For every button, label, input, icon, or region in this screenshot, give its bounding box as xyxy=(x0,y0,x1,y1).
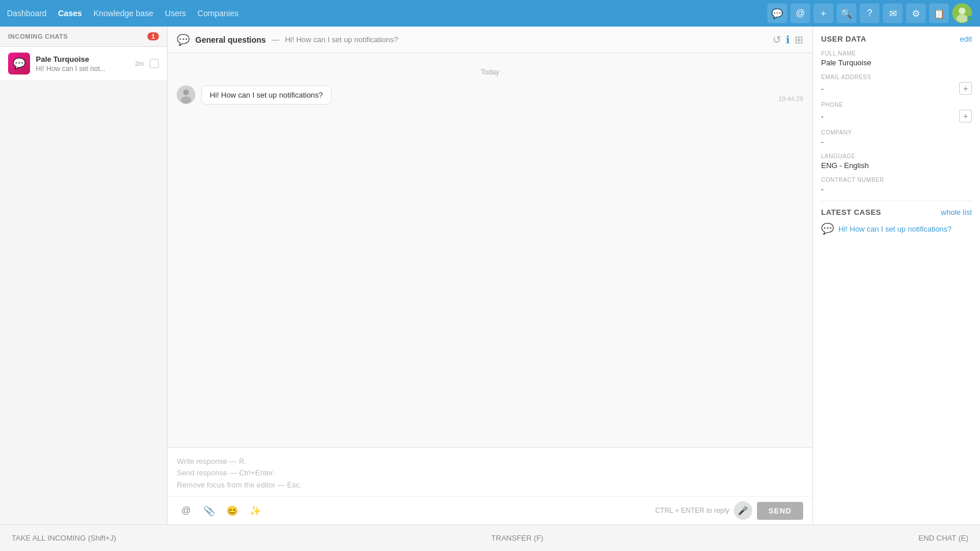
nav-cases[interactable]: Cases xyxy=(58,9,82,18)
add-phone-btn[interactable]: + xyxy=(959,110,972,122)
online-status-dot xyxy=(967,16,973,21)
email-value: - xyxy=(821,84,823,93)
question-icon-btn[interactable]: ? xyxy=(860,3,879,23)
take-all-btn[interactable]: TAKE ALL INCOMING (Shift+J) xyxy=(12,534,116,542)
full-name-value: Pale Turquoise xyxy=(821,58,972,67)
company-label: COMPANY xyxy=(821,129,972,136)
chat-list-item[interactable]: 💬 Pale Turquoise Hi! How can I set not..… xyxy=(0,47,167,81)
chat-header-message: Hi! How can I set up notifications? xyxy=(285,35,398,44)
end-chat-btn[interactable]: END CHAT (E) xyxy=(919,534,968,542)
chat-item-name: Pale Turquoise xyxy=(36,55,129,64)
incoming-chats-badge: 1 xyxy=(147,32,159,40)
reply-area: Write response — R. Send response — Ctrl… xyxy=(168,447,812,524)
at-icon-btn[interactable]: @ xyxy=(790,3,810,23)
contract-value: - xyxy=(821,185,972,193)
magic-btn[interactable]: ✨ xyxy=(246,501,265,520)
sidebar: INCOMING CHATS 1 💬 Pale Turquoise Hi! Ho… xyxy=(0,27,168,524)
sidebar-header: INCOMING CHATS 1 xyxy=(0,27,167,47)
attachment-btn[interactable]: 📎 xyxy=(200,501,218,520)
chat-header-left: 💬 General questions — Hi! How can I set … xyxy=(177,33,398,46)
edit-link[interactable]: edit xyxy=(960,35,972,43)
svg-point-1 xyxy=(959,8,966,14)
email-icon-btn[interactable]: 📋 xyxy=(929,3,949,23)
send-button[interactable]: SEND xyxy=(757,502,803,520)
message-time: 19:44:29 xyxy=(778,95,803,105)
latest-cases-title: LATEST CASES xyxy=(821,208,881,217)
divider xyxy=(821,200,972,201)
case-item[interactable]: 💬 Hi! How can I set up notifications? xyxy=(821,222,972,235)
reply-hint: CTRL + ENTER to reply xyxy=(655,507,729,515)
chat-item-avatar: 💬 xyxy=(8,53,30,75)
chat-item-preview: Hi! How can I set not... xyxy=(36,65,129,73)
phone-value: - xyxy=(821,112,823,121)
transfer-btn[interactable]: TRANSFER (F) xyxy=(491,534,543,542)
right-panel: USER DATA edit FULL NAME Pale Turquoise … xyxy=(812,27,980,524)
messages-area: Today Hi! How can I set up notifications… xyxy=(168,53,812,447)
email-row: - + xyxy=(821,82,972,95)
language-value: ENG - English xyxy=(821,161,972,170)
user-data-title: USER DATA xyxy=(821,35,866,43)
chat-bubble-icon: 💬 xyxy=(13,57,25,70)
chat-item-time: 2m xyxy=(135,60,144,67)
nav-knowledge-base[interactable]: Knowledge base xyxy=(94,9,154,18)
bottom-bar: TAKE ALL INCOMING (Shift+J) TRANSFER (F)… xyxy=(0,524,980,551)
phone-row: - + xyxy=(821,110,972,122)
mic-btn[interactable]: 🎤 xyxy=(734,501,752,520)
history-icon-btn[interactable]: ↺ xyxy=(773,33,781,46)
chat-icon-btn[interactable]: 💬 xyxy=(767,3,787,23)
nav-users[interactable]: Users xyxy=(165,9,186,18)
full-name-label: FULL NAME xyxy=(821,50,972,57)
reply-placeholder[interactable]: Write response — R. Send response — Ctrl… xyxy=(168,448,812,496)
info-icon-btn[interactable]: ℹ xyxy=(786,33,790,46)
chat-header: 💬 General questions — Hi! How can I set … xyxy=(168,27,812,53)
add-panel-icon-btn[interactable]: ⊞ xyxy=(795,33,803,46)
nav-companies[interactable]: Companies xyxy=(198,9,239,18)
company-value: - xyxy=(821,137,972,146)
sidebar-section-title: INCOMING CHATS xyxy=(8,33,68,40)
at-mention-btn[interactable]: @ xyxy=(177,501,195,520)
main-layout: INCOMING CHATS 1 💬 Pale Turquoise Hi! Ho… xyxy=(0,27,980,524)
latest-cases-header: LATEST CASES whole list xyxy=(821,208,972,217)
nav-actions: 💬 @ ＋ 🔍 ? ✉ ⚙ 📋 xyxy=(767,3,973,23)
chat-header-category: General questions xyxy=(195,35,266,44)
avatar-area xyxy=(952,3,973,23)
language-label: LANGUAGE xyxy=(821,153,972,159)
date-divider: Today xyxy=(177,68,803,76)
case-chat-icon: 💬 xyxy=(821,222,834,235)
chat-item-checkbox[interactable] xyxy=(150,59,159,68)
emoji-btn[interactable]: 😊 xyxy=(223,501,242,520)
whole-list-link[interactable]: whole list xyxy=(941,208,972,217)
contract-label: CONTRACT NUMBER xyxy=(821,177,972,183)
email-label: EMAIL ADDRESS xyxy=(821,74,972,80)
user-data-header: USER DATA edit xyxy=(821,35,972,43)
svg-point-5 xyxy=(181,96,191,103)
nav-links: Dashboard Cases Knowledge base Users Com… xyxy=(7,9,239,18)
reply-toolbar: @ 📎 😊 ✨ CTRL + ENTER to reply 🎤 SEND xyxy=(168,496,812,524)
chat-main: 💬 General questions — Hi! How can I set … xyxy=(168,27,812,524)
plus-icon-btn[interactable]: ＋ xyxy=(814,3,833,23)
search-icon-btn[interactable]: 🔍 xyxy=(837,3,856,23)
message-bubble: Hi! How can I set up notifications? xyxy=(201,85,332,105)
phone-label: PHONE xyxy=(821,102,972,108)
chat-header-right: ↺ ℹ ⊞ xyxy=(773,33,803,46)
case-title: Hi! How can I set up notifications? xyxy=(838,225,952,233)
svg-point-4 xyxy=(183,90,189,95)
message-icon-btn[interactable]: ✉ xyxy=(883,3,903,23)
svg-point-2 xyxy=(956,14,968,23)
top-navigation: Dashboard Cases Knowledge base Users Com… xyxy=(0,0,980,27)
add-email-btn[interactable]: + xyxy=(959,82,972,95)
nav-dashboard[interactable]: Dashboard xyxy=(7,9,47,18)
gear-icon-btn[interactable]: ⚙ xyxy=(906,3,926,23)
message-row: Hi! How can I set up notifications? 19:4… xyxy=(177,85,803,105)
message-avatar xyxy=(177,85,195,104)
chat-header-icon: 💬 xyxy=(177,33,190,46)
chat-header-separator: — xyxy=(272,35,279,44)
chat-item-info: Pale Turquoise Hi! How can I set not... xyxy=(36,55,129,73)
